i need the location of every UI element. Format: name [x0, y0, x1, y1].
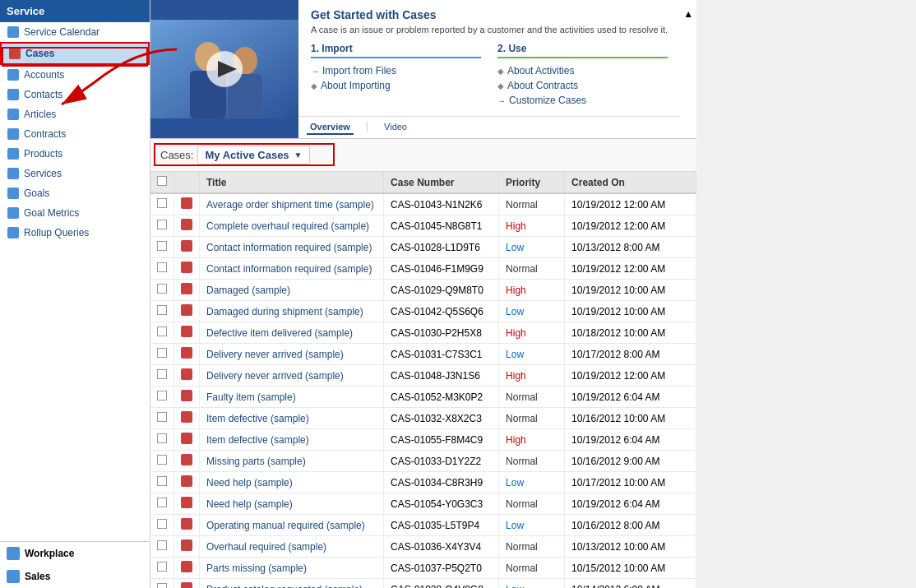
row-checkbox-4[interactable] [157, 284, 167, 294]
row-checkbox-cell-2[interactable] [150, 237, 174, 258]
sidebar-footer-sales[interactable]: Sales [0, 565, 150, 588]
row-checkbox-3[interactable] [157, 262, 167, 272]
sidebar-item-services[interactable]: Services [0, 164, 150, 183]
row-title-11[interactable]: Item defective (sample) [200, 429, 384, 451]
sidebar-footer-workplace[interactable]: Workplace [0, 542, 150, 565]
table-row[interactable]: Missing parts (sample) CAS-01033-D1Y2Z2 … [150, 451, 696, 472]
row-title-12[interactable]: Missing parts (sample) [200, 451, 384, 472]
table-row[interactable]: Need help (sample) CAS-01034-C8R3H9 Low … [150, 472, 696, 493]
collapse-button[interactable]: ▲ [680, 0, 696, 138]
row-title-1[interactable]: Complete overhaul required (sample) [200, 215, 384, 237]
sidebar-item-cases[interactable]: Cases [0, 42, 150, 65]
table-row[interactable]: Item defective (sample) CAS-01055-F8M4C9… [150, 429, 696, 451]
table-row[interactable]: Defective item delivered (sample) CAS-01… [150, 322, 696, 344]
row-title-18[interactable]: Product catalog requested (sample) [200, 579, 384, 589]
about-activities-link[interactable]: ◆ About Activities [497, 63, 668, 78]
sidebar-item-goal-metrics[interactable]: Goal Metrics [0, 203, 150, 223]
row-title-2[interactable]: Contact information required (sample) [200, 237, 384, 258]
table-row[interactable]: Product catalog requested (sample) CAS-0… [150, 579, 696, 589]
table-row[interactable]: Parts missing (sample) CAS-01037-P5Q2T0 … [150, 558, 696, 579]
col-header-check[interactable] [150, 172, 174, 193]
sidebar-item-rollup-queries[interactable]: Rollup Queries [0, 223, 150, 243]
row-checkbox-cell-3[interactable] [150, 258, 174, 280]
gs-thumbnail[interactable] [150, 0, 298, 138]
row-title-8[interactable]: Delivery never arrived (sample) [200, 365, 384, 387]
row-title-5[interactable]: Damaged during shipment (sample) [200, 301, 384, 322]
row-checkbox-9[interactable] [157, 391, 167, 400]
row-checkbox-cell-1[interactable] [150, 215, 174, 237]
row-title-9[interactable]: Faulty item (sample) [200, 387, 384, 408]
row-checkbox-2[interactable] [157, 241, 167, 251]
row-title-6[interactable]: Defective item delivered (sample) [200, 322, 384, 344]
table-row[interactable]: Need help (sample) CAS-01054-Y0G3C3 Norm… [150, 493, 696, 515]
table-row[interactable]: Average order shipment time (sample) CAS… [150, 193, 696, 215]
row-checkbox-0[interactable] [157, 198, 167, 208]
sidebar-item-accounts[interactable]: Accounts [0, 65, 150, 85]
row-title-16[interactable]: Overhaul required (sample) [200, 536, 384, 558]
row-checkbox-8[interactable] [157, 369, 167, 379]
row-title-3[interactable]: Contact information required (sample) [200, 258, 384, 280]
row-title-7[interactable]: Delivery never arrived (sample) [200, 344, 384, 365]
about-importing-link[interactable]: ◆ About Importing [311, 78, 481, 93]
row-checkbox-cell-8[interactable] [150, 365, 174, 387]
table-row[interactable]: Item defective (sample) CAS-01032-X8X2C3… [150, 408, 696, 429]
sidebar-item-contacts[interactable]: Contacts [0, 85, 150, 104]
row-checkbox-10[interactable] [157, 412, 167, 422]
row-checkbox-cell-15[interactable] [150, 515, 174, 536]
row-checkbox-5[interactable] [157, 305, 167, 315]
sidebar-item-articles[interactable]: Articles [0, 104, 150, 124]
row-title-13[interactable]: Need help (sample) [200, 472, 384, 493]
customize-cases-link[interactable]: → Customize Cases [497, 93, 668, 108]
import-files-link[interactable]: → Import from Files [311, 63, 481, 78]
row-checkbox-cell-16[interactable] [150, 536, 174, 558]
sidebar-item-goals[interactable]: Goals [0, 183, 150, 203]
sidebar-item-service-calendar[interactable]: Service Calendar [0, 22, 150, 42]
tab-video[interactable]: Video [381, 120, 410, 135]
row-checkbox-6[interactable] [157, 326, 167, 336]
col-header-title[interactable]: Title [200, 172, 384, 193]
table-row[interactable]: Delivery never arrived (sample) CAS-0104… [150, 365, 696, 387]
row-checkbox-cell-6[interactable] [150, 322, 174, 344]
row-checkbox-cell-18[interactable] [150, 579, 174, 589]
cases-table-container[interactable]: Title Case Number Priority Created On Av… [150, 172, 696, 588]
row-checkbox-cell-4[interactable] [150, 280, 174, 301]
select-all-checkbox[interactable] [157, 176, 167, 186]
row-checkbox-16[interactable] [157, 540, 167, 550]
row-checkbox-cell-12[interactable] [150, 451, 174, 472]
row-checkbox-cell-10[interactable] [150, 408, 174, 429]
table-row[interactable]: Operating manual required (sample) CAS-0… [150, 515, 696, 536]
row-checkbox-12[interactable] [157, 455, 167, 465]
about-contracts-link[interactable]: ◆ About Contracts [497, 78, 668, 93]
row-checkbox-cell-13[interactable] [150, 472, 174, 493]
row-title-10[interactable]: Item defective (sample) [200, 408, 384, 429]
row-checkbox-cell-7[interactable] [150, 344, 174, 365]
row-checkbox-18[interactable] [157, 583, 167, 588]
row-checkbox-7[interactable] [157, 348, 167, 358]
sidebar-item-products[interactable]: Products [0, 144, 150, 164]
cases-view-selector[interactable]: My Active Cases ▼ [197, 146, 309, 164]
row-checkbox-cell-9[interactable] [150, 387, 174, 408]
tab-overview[interactable]: Overview [307, 120, 354, 135]
table-row[interactable]: Overhaul required (sample) CAS-01036-X4Y… [150, 536, 696, 558]
table-row[interactable]: Damaged (sample) CAS-01029-Q9M8T0 High 1… [150, 280, 696, 301]
table-row[interactable]: Contact information required (sample) CA… [150, 258, 696, 280]
row-checkbox-cell-11[interactable] [150, 429, 174, 451]
row-checkbox-11[interactable] [157, 433, 167, 443]
row-checkbox-14[interactable] [157, 498, 167, 507]
row-checkbox-cell-0[interactable] [150, 193, 174, 215]
row-checkbox-cell-5[interactable] [150, 301, 174, 322]
row-checkbox-15[interactable] [157, 519, 167, 529]
col-header-created[interactable]: Created On [565, 172, 696, 193]
row-title-4[interactable]: Damaged (sample) [200, 280, 384, 301]
table-row[interactable]: Complete overhaul required (sample) CAS-… [150, 215, 696, 237]
sidebar-item-contracts[interactable]: Contracts [0, 124, 150, 144]
table-row[interactable]: Delivery never arrived (sample) CAS-0103… [150, 344, 696, 365]
col-header-priority[interactable]: Priority [499, 172, 565, 193]
row-checkbox-13[interactable] [157, 476, 167, 486]
row-checkbox-1[interactable] [157, 220, 167, 229]
table-row[interactable]: Faulty item (sample) CAS-01052-M3K0P2 No… [150, 387, 696, 408]
table-row[interactable]: Damaged during shipment (sample) CAS-010… [150, 301, 696, 322]
row-checkbox-17[interactable] [157, 562, 167, 572]
col-header-case[interactable]: Case Number [384, 172, 499, 193]
row-title-14[interactable]: Need help (sample) [200, 493, 384, 515]
